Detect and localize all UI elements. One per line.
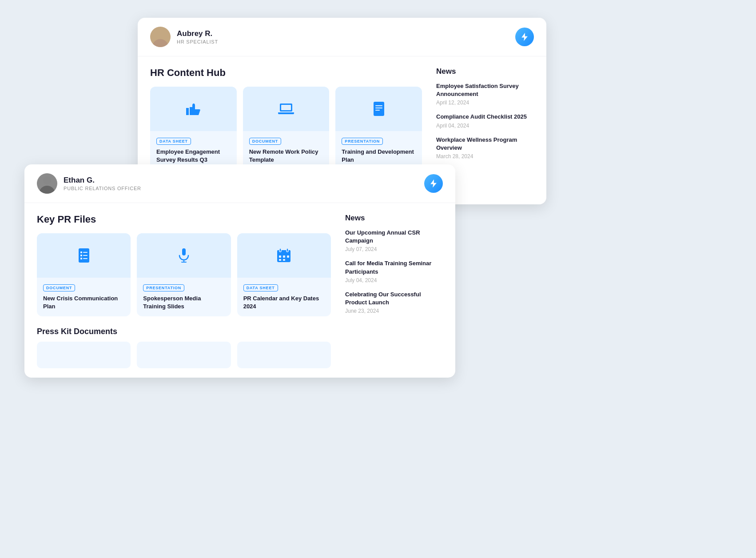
hr-news-item-3[interactable]: Workplace Wellness Program Overview Marc…: [436, 136, 534, 159]
pr-card-header: Ethan G. PUBLIC RELATIONS OFFICER: [24, 164, 455, 203]
svg-rect-29: [283, 259, 285, 261]
thumbs-up-icon: [183, 99, 203, 119]
lightning-icon-pr: [429, 179, 438, 188]
hr-file-icon-area-2: [243, 87, 330, 131]
hr-news-date-2: April 04, 2024: [436, 123, 534, 129]
svg-rect-14: [83, 255, 88, 256]
svg-rect-4: [374, 102, 384, 116]
pr-file-icon-area-1: [37, 233, 131, 278]
pr-card: Ethan G. PUBLIC RELATIONS OFFICER Key PR…: [24, 164, 455, 378]
pr-file-info-2: PRESENTATION Spokesperson Media Training…: [137, 278, 231, 316]
pr-news-headline-1: Our Upcoming Annual CSR Campaign: [345, 229, 443, 245]
hr-user-info: Aubrey R. HR SPECIALIST: [150, 27, 218, 47]
svg-rect-16: [83, 258, 88, 259]
hr-file-name-2: New Remote Work Policy Template: [249, 148, 323, 163]
pr-file-card-2[interactable]: PRESENTATION Spokesperson Media Training…: [137, 233, 231, 316]
svg-rect-13: [80, 255, 82, 256]
svg-rect-5: [375, 105, 382, 106]
pr-file-info-3: DATA SHEET PR Calendar and Key Dates 202…: [237, 278, 331, 316]
pr-file-badge-2: PRESENTATION: [143, 284, 184, 291]
hr-file-name-1: Employee Engagement Survey Results Q3: [156, 148, 231, 163]
microphone-icon: [174, 246, 194, 265]
laptop-icon: [276, 99, 296, 119]
pr-news-date-2: July 04, 2024: [345, 277, 443, 283]
svg-rect-25: [279, 255, 281, 258]
pr-user-info: Ethan G. PUBLIC RELATIONS OFFICER: [37, 173, 141, 194]
press-kit-card-2[interactable]: [137, 342, 231, 368]
pr-news-title: News: [345, 214, 443, 223]
hr-user-name: Aubrey R.: [177, 29, 218, 38]
hr-card-header: Aubrey R. HR SPECIALIST: [138, 18, 546, 56]
svg-point-0: [152, 39, 168, 47]
svg-point-8: [39, 186, 55, 194]
hr-user-details: Aubrey R. HR SPECIALIST: [177, 29, 218, 44]
pr-card-body: Key PR Files: [24, 203, 455, 378]
hr-file-name-3: Training and Development Plan: [342, 148, 416, 163]
svg-rect-6: [375, 108, 382, 108]
pr-news-date-3: June 23, 2024: [345, 308, 443, 314]
hr-news-item-1[interactable]: Employee Satisfaction Survey Announcemen…: [436, 82, 534, 106]
hr-news-date-1: April 12, 2024: [436, 100, 534, 106]
pr-news-headline-3: Celebrating Our Successful Product Launc…: [345, 291, 443, 307]
pr-user-details: Ethan G. PUBLIC RELATIONS OFFICER: [64, 176, 141, 191]
pr-file-icon-area-2: [137, 233, 231, 278]
svg-rect-17: [182, 248, 186, 255]
svg-rect-19: [181, 262, 187, 263]
svg-point-1: [156, 30, 165, 39]
hr-avatar: [150, 27, 171, 47]
pr-news-item-2[interactable]: Call for Media Training Seminar Particip…: [345, 259, 443, 283]
hr-news-headline-3: Workplace Wellness Program Overview: [436, 136, 534, 152]
pr-user-role: PUBLIC RELATIONS OFFICER: [64, 186, 141, 191]
pr-news-item-3[interactable]: Celebrating Our Successful Product Launc…: [345, 291, 443, 314]
press-kit-card-3[interactable]: [237, 342, 331, 368]
pr-section-title: Key PR Files: [37, 214, 331, 225]
hr-file-card-3[interactable]: PRESENTATION Training and Development Pl…: [335, 87, 422, 170]
hr-news-date-3: March 28, 2024: [436, 153, 534, 159]
hr-file-icon-area-1: [150, 87, 237, 131]
press-kit-section: Press Kit Documents: [37, 327, 331, 368]
press-kit-title: Press Kit Documents: [37, 327, 331, 336]
svg-rect-28: [279, 259, 281, 261]
svg-rect-15: [80, 258, 82, 259]
svg-rect-23: [279, 248, 281, 252]
pr-file-grid: DOCUMENT New Crisis Communication Plan: [37, 233, 331, 316]
pr-file-icon-area-3: [237, 233, 331, 278]
svg-rect-12: [83, 252, 88, 253]
svg-rect-27: [287, 255, 289, 258]
pr-file-badge-1: DOCUMENT: [43, 284, 75, 291]
pr-file-card-3[interactable]: DATA SHEET PR Calendar and Key Dates 202…: [237, 233, 331, 316]
hr-user-role: HR SPECIALIST: [177, 39, 218, 44]
hr-file-badge-3: PRESENTATION: [342, 138, 383, 145]
calendar-icon: [274, 246, 294, 265]
press-kit-grid: [37, 342, 331, 368]
pr-file-name-3: PR Calendar and Key Dates 2024: [243, 295, 325, 310]
pr-file-card-1[interactable]: DOCUMENT New Crisis Communication Plan: [37, 233, 131, 316]
press-kit-card-1[interactable]: [37, 342, 131, 368]
hr-news-item-2[interactable]: Compliance Audit Checklist 2025 April 04…: [436, 113, 534, 128]
svg-point-9: [43, 176, 51, 184]
svg-rect-11: [80, 251, 82, 253]
hr-section-title: HR Content Hub: [150, 67, 422, 79]
pr-file-name-1: New Crisis Communication Plan: [43, 295, 124, 310]
pr-news-headline-2: Call for Media Training Seminar Particip…: [345, 259, 443, 275]
pr-lightning-button[interactable]: [424, 174, 443, 193]
checklist-icon: [74, 246, 94, 265]
hr-file-icon-area-3: [335, 87, 422, 131]
svg-rect-26: [283, 255, 285, 258]
hr-news-title: News: [436, 67, 534, 76]
pr-file-info-1: DOCUMENT New Crisis Communication Plan: [37, 278, 131, 316]
hr-file-card-2[interactable]: DOCUMENT New Remote Work Policy Template: [243, 87, 330, 170]
pr-news-item-1[interactable]: Our Upcoming Annual CSR Campaign July 07…: [345, 229, 443, 252]
pr-file-name-2: Spokesperson Media Training Slides: [143, 295, 224, 310]
hr-file-card-1[interactable]: DATA SHEET Employee Engagement Survey Re…: [150, 87, 237, 170]
hr-file-badge-1: DATA SHEET: [156, 138, 191, 145]
pr-main-content: Key PR Files: [37, 214, 331, 367]
lightning-icon: [520, 32, 529, 42]
hr-lightning-button[interactable]: [515, 28, 534, 46]
hr-news-headline-2: Compliance Audit Checklist 2025: [436, 113, 534, 121]
hr-file-grid: DATA SHEET Employee Engagement Survey Re…: [150, 87, 422, 170]
pr-news-date-1: July 07, 2024: [345, 246, 443, 252]
document-lines-icon: [369, 99, 389, 119]
hr-file-badge-2: DOCUMENT: [249, 138, 281, 145]
pr-news-sidebar: News Our Upcoming Annual CSR Campaign Ju…: [345, 214, 443, 367]
